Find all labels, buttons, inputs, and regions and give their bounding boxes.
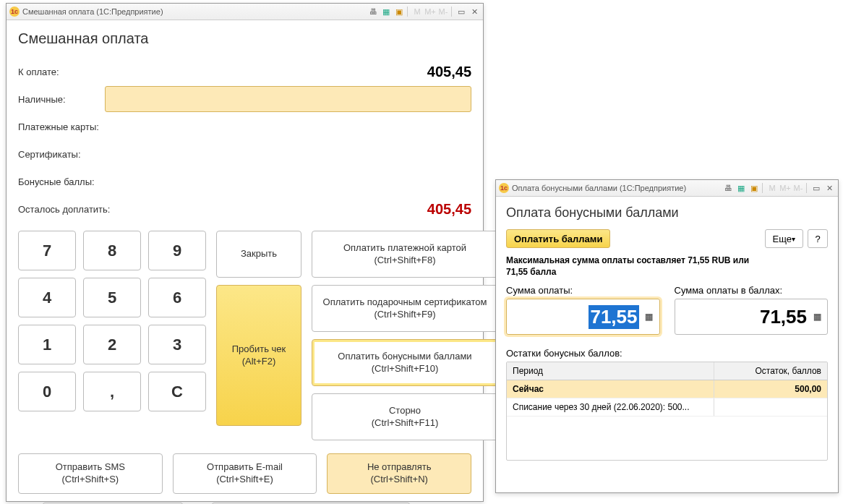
minimize-icon[interactable]: ▭ (810, 182, 822, 194)
calendar-icon[interactable]: ▣ (393, 6, 405, 17)
to-pay-value: 405,45 (105, 64, 471, 80)
bonus-payment-window: 1c Оплата бонусными баллами (1С:Предприя… (495, 179, 839, 493)
memory-mminus-icon: M- (792, 182, 804, 194)
calculator-icon[interactable]: ▦ (380, 6, 392, 17)
to-pay-label: К оплате: (18, 67, 105, 77)
table-row[interactable]: Сейчас 500,00 (507, 380, 827, 398)
remain-label: Осталось доплатить: (18, 204, 134, 215)
mixed-payment-window: 1c Смешанная оплата (1С:Предприятие) 🖶 ▦… (6, 3, 484, 502)
close-icon[interactable]: ✕ (823, 182, 835, 194)
col-period[interactable]: Период (507, 362, 714, 380)
numpad-0[interactable]: 0 (18, 372, 76, 411)
pay-cert-button[interactable]: Оплатить подарочным сертификатом (Ctrl+S… (312, 285, 498, 332)
print-icon[interactable]: 🖶 (722, 182, 734, 194)
punch-line1: Пробить чек (232, 343, 286, 356)
max-note: Максимальная сумма оплаты составляет 71,… (506, 255, 828, 278)
window-title: Смешанная оплата (1С:Предприятие) (22, 7, 366, 16)
balances-label: Остатки бонусных баллов: (506, 348, 828, 359)
sum-input[interactable]: 71,55 ▦ (506, 299, 660, 335)
pay-with-points-button[interactable]: Оплатить баллами (506, 229, 610, 248)
calendar-icon[interactable]: ▣ (748, 182, 760, 194)
page-title: Оплата бонусными баллами (506, 205, 828, 221)
cash-label: Наличные: (18, 94, 105, 105)
window-title: Оплата бонусными баллами (1С:Предприятие… (512, 184, 721, 192)
cash-input[interactable] (105, 86, 471, 112)
numpad-9[interactable]: 9 (148, 231, 206, 270)
app-logo-icon: 1c (499, 183, 509, 193)
pay-card-button[interactable]: Оплатить платежной картой (Ctrl+Shift+F8… (312, 231, 498, 278)
numpad-7[interactable]: 7 (18, 231, 76, 270)
send-sms-button[interactable]: Отправить SMS (Ctrl+Shift+S) (18, 453, 163, 494)
numpad: 7 8 9 4 5 6 1 2 3 0 , C (18, 231, 206, 440)
punch-line2: (Alt+F2) (242, 356, 276, 368)
calculator-icon[interactable]: ▦ (643, 311, 655, 323)
sum-points-input[interactable]: 71,55 ▦ (675, 299, 829, 335)
numpad-6[interactable]: 6 (148, 278, 206, 317)
memory-mminus-icon: M- (437, 6, 449, 17)
help-button[interactable]: ? (808, 229, 828, 248)
calculator-icon[interactable]: ▦ (811, 311, 823, 323)
no-send-button[interactable]: Не отправлять (Ctrl+Shift+N) (327, 453, 471, 494)
storno-button[interactable]: Сторно (Ctrl+Shift+F11) (312, 393, 498, 440)
pay-bonus-button[interactable]: Оплатить бонусными баллами (Ctrl+Shift+F… (312, 339, 498, 386)
punch-receipt-button[interactable]: Пробить чек (Alt+F2) (216, 285, 301, 426)
cards-label: Платежные карты: (18, 121, 99, 132)
memory-mplus-icon: M+ (424, 6, 436, 17)
close-icon[interactable]: ✕ (468, 6, 480, 17)
sum-points-label: Сумма оплаты в баллах: (675, 285, 829, 296)
balance-table: Период Остаток, баллов Сейчас 500,00 Спи… (506, 362, 828, 461)
send-email-button[interactable]: Отправить E-mail (Ctrl+Shift+E) (173, 453, 317, 494)
bonus-label: Бонусные баллы: (18, 176, 95, 187)
titlebar[interactable]: 1c Смешанная оплата (1С:Предприятие) 🖶 ▦… (7, 4, 483, 20)
memory-m-icon: M (411, 6, 423, 17)
print-icon[interactable]: 🖶 (367, 6, 379, 17)
minimize-icon[interactable]: ▭ (455, 6, 467, 17)
col-balance[interactable]: Остаток, баллов (714, 362, 827, 380)
close-button[interactable]: Закрыть (216, 231, 301, 278)
table-row[interactable]: Списание через 30 дней (22.06.2020): 500… (507, 398, 827, 417)
certs-label: Сертификаты: (18, 149, 81, 160)
memory-m-icon: M (766, 182, 778, 194)
page-title: Смешанная оплата (18, 30, 471, 47)
calculator-icon[interactable]: ▦ (735, 182, 747, 194)
titlebar[interactable]: 1c Оплата бонусными баллами (1С:Предприя… (496, 180, 838, 197)
app-logo-icon: 1c (9, 7, 20, 17)
numpad-comma[interactable]: , (83, 372, 141, 411)
memory-mplus-icon: M+ (779, 182, 791, 194)
numpad-5[interactable]: 5 (83, 278, 141, 317)
numpad-3[interactable]: 3 (148, 325, 206, 364)
numpad-clear[interactable]: C (148, 372, 206, 411)
numpad-4[interactable]: 4 (18, 278, 76, 317)
numpad-8[interactable]: 8 (83, 231, 141, 270)
more-button[interactable]: Еще (765, 229, 803, 248)
numpad-2[interactable]: 2 (83, 325, 141, 364)
numpad-1[interactable]: 1 (18, 325, 76, 364)
sum-label: Сумма оплаты: (506, 285, 660, 296)
remain-value: 405,45 (134, 201, 471, 218)
